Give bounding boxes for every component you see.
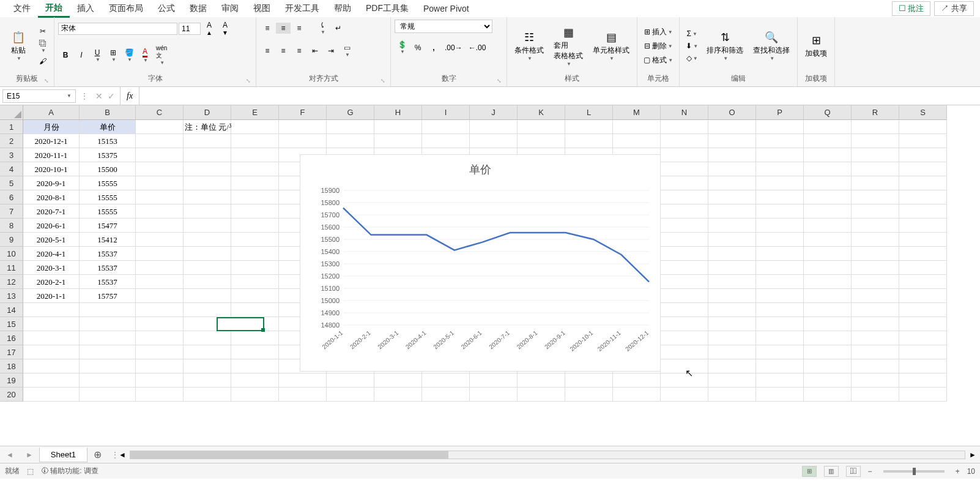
cell[interactable] bbox=[613, 134, 661, 148]
cell[interactable]: 15757 bbox=[80, 289, 136, 303]
cell[interactable]: 注：单位 元/平米 bbox=[184, 120, 231, 134]
cell[interactable] bbox=[136, 317, 184, 331]
cell[interactable] bbox=[231, 388, 279, 402]
cell[interactable] bbox=[136, 176, 184, 190]
cell[interactable] bbox=[661, 317, 708, 331]
cell[interactable] bbox=[756, 120, 804, 134]
row-header-7[interactable]: 7 bbox=[0, 204, 23, 219]
cell[interactable] bbox=[708, 289, 756, 303]
cell[interactable] bbox=[136, 388, 184, 402]
cell[interactable] bbox=[852, 176, 899, 190]
cell[interactable] bbox=[80, 317, 136, 331]
column-header-H[interactable]: H bbox=[374, 105, 422, 120]
cell[interactable] bbox=[327, 134, 374, 148]
cancel-formula-button[interactable]: ✕ bbox=[95, 91, 103, 101]
column-header-F[interactable]: F bbox=[279, 105, 327, 120]
cell[interactable] bbox=[279, 373, 327, 388]
font-color-button[interactable]: A▼ bbox=[138, 46, 152, 64]
cell[interactable] bbox=[231, 204, 279, 219]
cell[interactable]: 15537 bbox=[80, 261, 136, 275]
cell[interactable] bbox=[80, 388, 136, 402]
cell[interactable] bbox=[184, 176, 231, 190]
cell[interactable] bbox=[184, 275, 231, 289]
cell[interactable] bbox=[184, 247, 231, 261]
row-header-13[interactable]: 13 bbox=[0, 289, 23, 303]
cell[interactable]: 15555 bbox=[80, 190, 136, 204]
zoom-out-button[interactable]: − bbox=[868, 467, 872, 476]
cell[interactable] bbox=[661, 303, 708, 317]
cell[interactable]: 15153 bbox=[80, 134, 136, 148]
cell[interactable] bbox=[708, 204, 756, 219]
cell[interactable] bbox=[231, 331, 279, 345]
cell[interactable]: 2020-12-1 bbox=[23, 134, 80, 148]
row-header-16[interactable]: 16 bbox=[0, 331, 23, 345]
cell[interactable] bbox=[899, 162, 947, 176]
cell[interactable] bbox=[231, 261, 279, 275]
row-header-5[interactable]: 5 bbox=[0, 176, 23, 190]
cell[interactable] bbox=[279, 134, 327, 148]
align-center-button[interactable]: ≡ bbox=[276, 45, 291, 56]
menu-help[interactable]: 帮助 bbox=[327, 1, 358, 17]
format-cells-button[interactable]: ▢ 格式▼ bbox=[641, 54, 675, 67]
clipboard-launcher[interactable]: ⤡ bbox=[44, 78, 49, 84]
cell[interactable]: 2020-4-1 bbox=[23, 247, 80, 261]
cell[interactable] bbox=[231, 317, 279, 331]
cell[interactable] bbox=[136, 134, 184, 148]
menu-layout[interactable]: 页面布局 bbox=[102, 1, 150, 17]
cell[interactable] bbox=[279, 120, 327, 134]
cell[interactable] bbox=[708, 219, 756, 233]
cell[interactable] bbox=[80, 345, 136, 359]
sheet-nav-prev[interactable]: ◄ bbox=[0, 451, 20, 459]
conditional-format-button[interactable]: ☷条件格式▼ bbox=[511, 29, 548, 62]
cell[interactable] bbox=[136, 190, 184, 204]
cell[interactable] bbox=[899, 247, 947, 261]
cell[interactable] bbox=[661, 331, 708, 345]
cell[interactable] bbox=[708, 134, 756, 148]
row-header-10[interactable]: 10 bbox=[0, 247, 23, 261]
cell[interactable] bbox=[899, 345, 947, 359]
cell[interactable] bbox=[804, 176, 852, 190]
formula-input[interactable] bbox=[139, 87, 980, 105]
cell[interactable] bbox=[756, 359, 804, 373]
cell[interactable] bbox=[661, 388, 708, 402]
cell[interactable] bbox=[661, 134, 708, 148]
cell[interactable] bbox=[852, 134, 899, 148]
cell[interactable] bbox=[136, 219, 184, 233]
cell[interactable] bbox=[899, 190, 947, 204]
hscroll-right[interactable]: ► bbox=[969, 451, 976, 459]
cell[interactable] bbox=[565, 134, 613, 148]
cell[interactable] bbox=[518, 120, 565, 134]
cell[interactable] bbox=[756, 219, 804, 233]
cell[interactable] bbox=[899, 120, 947, 134]
cell[interactable] bbox=[184, 261, 231, 275]
cell[interactable]: 月份 bbox=[23, 120, 80, 134]
share-button[interactable]: ↗ 共享 bbox=[934, 1, 974, 16]
autosum-button[interactable]: Σ▼ bbox=[683, 28, 700, 39]
column-header-N[interactable]: N bbox=[661, 105, 708, 120]
cell[interactable] bbox=[804, 190, 852, 204]
cell[interactable] bbox=[899, 233, 947, 247]
cell[interactable] bbox=[518, 134, 565, 148]
decrease-decimal-button[interactable]: ←.00 bbox=[466, 42, 489, 53]
align-launcher[interactable]: ⤡ bbox=[380, 78, 385, 84]
cell[interactable] bbox=[756, 317, 804, 331]
cell[interactable]: 2020-6-1 bbox=[23, 219, 80, 233]
cell[interactable] bbox=[184, 219, 231, 233]
row-header-14[interactable]: 14 bbox=[0, 303, 23, 317]
row-header-1[interactable]: 1 bbox=[0, 120, 23, 134]
format-painter-button[interactable]: 🖌 bbox=[35, 56, 50, 67]
cell[interactable] bbox=[661, 148, 708, 162]
cell[interactable] bbox=[804, 120, 852, 134]
view-normal-button[interactable]: ⊞ bbox=[802, 466, 817, 477]
align-middle-button[interactable]: ≡ bbox=[276, 23, 291, 34]
cell[interactable]: 15412 bbox=[80, 233, 136, 247]
cell[interactable] bbox=[661, 120, 708, 134]
cell[interactable] bbox=[231, 275, 279, 289]
cell[interactable] bbox=[184, 345, 231, 359]
cell[interactable] bbox=[23, 331, 80, 345]
cell[interactable] bbox=[899, 289, 947, 303]
cell[interactable] bbox=[708, 303, 756, 317]
cell[interactable] bbox=[756, 247, 804, 261]
cell[interactable] bbox=[184, 317, 231, 331]
cell[interactable]: 2020-9-1 bbox=[23, 176, 80, 190]
